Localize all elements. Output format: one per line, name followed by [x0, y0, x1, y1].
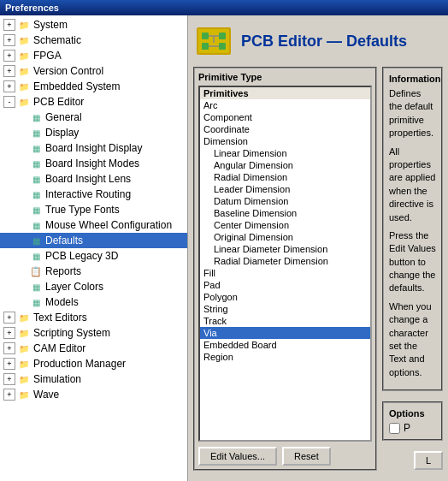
tree-item-layer-colors[interactable]: ▦ Layer Colors	[0, 279, 187, 294]
listbox-item-center-dimension[interactable]: Center Dimension	[200, 219, 370, 231]
listbox-item-baseline-dimension[interactable]: Baseline Dimension	[200, 207, 370, 219]
tree-item-text-editors[interactable]: + 📁 Text Editors	[0, 310, 187, 325]
expander-wave[interactable]: +	[3, 389, 15, 401]
expander-embedded-system[interactable]: +	[3, 80, 15, 92]
expander-simulation[interactable]: +	[3, 373, 15, 385]
expander-system[interactable]: +	[3, 19, 15, 31]
tree-item-embedded-system[interactable]: + 📁 Embedded System	[0, 79, 187, 94]
listbox-item-radial-diameter-dimension[interactable]: Radial Diameter Dimension	[200, 255, 370, 267]
tree-item-scripting-system[interactable]: + 📁 Scripting System	[0, 325, 187, 341]
tree-item-board-insight-display[interactable]: ▦ Board Insight Display	[0, 140, 187, 156]
tree-item-simulation[interactable]: + 📁 Simulation	[0, 371, 187, 387]
tree-item-schematic[interactable]: + 📁 Schematic	[0, 33, 187, 48]
listbox-item-datum-dimension[interactable]: Datum Dimension	[200, 195, 370, 207]
tree-item-system[interactable]: + 📁 System	[0, 17, 187, 33]
tree-item-reports[interactable]: 📋 Reports	[0, 264, 187, 279]
tree-item-display[interactable]: ▦ Display	[0, 125, 187, 140]
tree-label-mw: Mouse Wheel Configuration	[45, 219, 172, 231]
expander-fpga[interactable]: +	[3, 50, 15, 62]
page-title: PCB Editor — Defaults	[241, 33, 407, 50]
listbox-item-angular-dimension[interactable]: Angular Dimension	[200, 159, 370, 171]
listbox-item-coordinate[interactable]: Coordinate	[200, 123, 370, 135]
spacer-ir	[15, 188, 27, 200]
tree-item-defaults[interactable]: ▦ Defaults	[0, 233, 187, 248]
expander-schematic[interactable]: +	[3, 34, 15, 46]
tree-item-fpga[interactable]: + 📁 FPGA	[0, 48, 187, 63]
expander-production-manager[interactable]: +	[3, 358, 15, 370]
folder-icon-simulation: 📁	[17, 372, 31, 386]
tree-item-general[interactable]: ▦ General	[0, 110, 187, 125]
listbox-item-track[interactable]: Track	[200, 315, 370, 327]
reset-button[interactable]: Reset	[282, 447, 331, 466]
info-panel: Defines the default primitive properties…	[389, 87, 436, 384]
listbox-item-component[interactable]: Component	[200, 111, 370, 123]
listbox-item-linear-diameter-dimension[interactable]: Linear Diameter Dimension	[200, 243, 370, 255]
expander-pcb-editor[interactable]: -	[3, 96, 15, 108]
listbox-item-radial-dimension[interactable]: Radial Dimension	[200, 171, 370, 183]
listbox-item-original-dimension[interactable]: Original Dimension	[200, 231, 370, 243]
expander-cam-editor[interactable]: +	[3, 342, 15, 354]
spacer-legacy	[15, 250, 27, 262]
listbox-item-pad[interactable]: Pad	[200, 279, 370, 291]
info-para-2: All properties are applied when the dire…	[389, 145, 436, 224]
tree-item-pcb-legacy[interactable]: ▦ PCB Legacy 3D	[0, 248, 187, 264]
listbox-item-polygon[interactable]: Polygon	[200, 291, 370, 303]
tree-label-bid: Board Insight Display	[45, 142, 142, 154]
folder-icon-production-manager: 📁	[17, 357, 31, 371]
tree-item-board-insight-lens[interactable]: ▦ Board Insight Lens	[0, 171, 187, 187]
tree-item-true-type-fonts[interactable]: ▦ True Type Fonts	[0, 202, 187, 217]
tree-item-production-manager[interactable]: + 📁 Production Manager	[0, 356, 187, 371]
folder-icon-scripting-system: 📁	[17, 326, 31, 340]
spacer-ttf	[15, 204, 27, 216]
listbox-item-via[interactable]: Via	[200, 327, 370, 339]
tree-item-interactive-routing[interactable]: ▦ Interactive Routing	[0, 187, 187, 202]
edit-values-button[interactable]: Edit Values...	[198, 447, 277, 466]
listbox-item-linear-dimension[interactable]: Linear Dimension	[200, 147, 370, 159]
expander-text-editors[interactable]: +	[3, 312, 15, 324]
listbox-item-dimension[interactable]: Dimension	[200, 135, 370, 147]
spacer-mw	[15, 219, 27, 231]
l-button-row: L	[382, 451, 443, 470]
l-button[interactable]: L	[414, 451, 443, 470]
option-row-p: P	[389, 422, 436, 434]
tree-label-schematic: Schematic	[33, 34, 81, 46]
listbox-item-leader-dimension[interactable]: Leader Dimension	[200, 183, 370, 195]
pcb-icon-general: ▦	[29, 110, 43, 124]
listbox-header-primitives[interactable]: Primitives	[200, 87, 370, 99]
pcb-icon-defaults: ▦	[29, 234, 43, 247]
expander-scripting-system[interactable]: +	[3, 327, 15, 339]
listbox-item-string[interactable]: String	[200, 303, 370, 315]
tree-label-legacy: PCB Legacy 3D	[45, 250, 118, 262]
tree-item-version-control[interactable]: + 📁 Version Control	[0, 63, 187, 79]
tree-item-board-insight-modes[interactable]: ▦ Board Insight Modes	[0, 156, 187, 171]
tree-item-mouse-wheel[interactable]: ▦ Mouse Wheel Configuration	[0, 217, 187, 233]
primitives-listbox[interactable]: Primitives Arc Component Coordinate Dime…	[200, 87, 370, 440]
listbox-item-fill[interactable]: Fill	[200, 267, 370, 279]
listbox-item-arc[interactable]: Arc	[200, 99, 370, 111]
tree-label-scripting-system: Scripting System	[33, 327, 110, 339]
spacer-reports	[15, 265, 27, 277]
expander-version-control[interactable]: +	[3, 65, 15, 77]
tree-label-wave: Wave	[33, 389, 59, 401]
pcb-icon-bim: ▦	[29, 157, 43, 170]
spacer-display	[15, 127, 27, 139]
pcb-icon-bil: ▦	[29, 172, 43, 186]
tree-panel: + 📁 System + 📁 Schematic + 📁 FPGA + 📁 Ve…	[0, 15, 188, 481]
listbox-item-region[interactable]: Region	[200, 351, 370, 363]
tree-item-wave[interactable]: + 📁 Wave	[0, 387, 187, 402]
tree-label-embedded-system: Embedded System	[33, 80, 120, 92]
info-para-3: Press the Edit Values button to change t…	[389, 229, 436, 295]
info-panel-border: Information Defines the default primitiv…	[382, 67, 443, 391]
tree-item-pcb-editor[interactable]: - 📁 PCB Editor	[0, 94, 187, 110]
primitive-type-label: Primitive Type	[198, 72, 372, 82]
listbox-item-embedded-board[interactable]: Embedded Board	[200, 339, 370, 351]
tree-item-models[interactable]: ▦ Models	[0, 294, 187, 310]
info-para-1: Defines the default primitive properties…	[389, 87, 436, 140]
primitive-type-panel: Primitive Type Primitives Arc Component …	[193, 67, 377, 476]
tree-item-cam-editor[interactable]: + 📁 CAM Editor	[0, 341, 187, 356]
folder-icon-pcb-editor: 📁	[17, 95, 31, 109]
tree-label-pcb-editor: PCB Editor	[33, 96, 84, 108]
option-checkbox-p[interactable]	[389, 423, 400, 434]
pcb-icon-ttf: ▦	[29, 203, 43, 217]
tree-label-reports: Reports	[45, 265, 81, 277]
